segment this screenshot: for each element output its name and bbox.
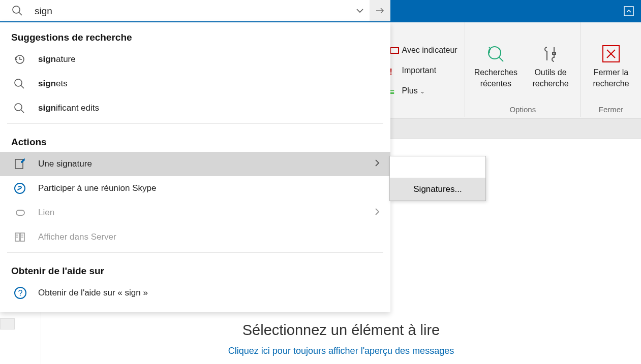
search-input[interactable] [35, 0, 350, 21]
history-icon [14, 54, 38, 65]
svg-rect-0 [624, 7, 633, 16]
action-label: Afficher dans Server [38, 232, 116, 242]
search-scope-chevron[interactable] [350, 7, 370, 15]
search-suggestion[interactable]: signets [0, 72, 390, 96]
search-icon [14, 103, 38, 114]
outils-recherche-button[interactable]: Outils derecherche [528, 40, 573, 91]
signature-flyout: Signatures... [389, 156, 486, 201]
suggestion-text: significant edits [38, 103, 99, 113]
divider [7, 252, 383, 253]
action-label: Une signature [38, 159, 92, 169]
fermer-recherche-button[interactable]: Fermer larecherche [588, 40, 634, 91]
reading-pane-title: Sélectionnez un élément à lire [41, 322, 641, 339]
reading-pane-preview-link[interactable]: Cliquez ici pour toujours afficher l'ape… [41, 346, 641, 356]
help-header: Obtenir de l'aide sur [0, 256, 390, 281]
divider [7, 123, 383, 124]
signatures-menu-item[interactable]: Signatures... [390, 178, 485, 201]
action-item: Afficher dans Server [0, 225, 390, 249]
search-icon [0, 5, 35, 16]
search-suggestion[interactable]: signature [0, 47, 390, 72]
help-item[interactable]: ? Obtenir de l'aide sur « sign » [0, 281, 390, 305]
tools-icon [540, 42, 561, 66]
help-item-label: Obtenir de l'aide sur « sign » [38, 288, 148, 298]
svg-point-5 [13, 6, 20, 13]
link-icon [14, 208, 38, 218]
action-item[interactable]: Participer à une réunion Skype [0, 176, 390, 201]
action-label: Participer à une réunion Skype [38, 183, 156, 193]
action-item: Lien [0, 201, 390, 225]
ribbon-group-fermer-label: Fermer [599, 105, 623, 117]
svg-point-8 [15, 104, 22, 111]
svg-text:?: ? [18, 289, 23, 297]
actions-header: Actions [0, 127, 390, 152]
search-suggestion[interactable]: significant edits [0, 96, 390, 120]
filter-plus-menu[interactable]: ≡Plus ⌄ [390, 82, 457, 100]
outils-recherche-label: Outils derecherche [532, 67, 568, 89]
close-search-icon [601, 42, 621, 66]
ribbon-group-options-label: Options [509, 105, 536, 117]
ribbon-expand-icon[interactable] [624, 6, 634, 16]
recherches-recentes-button[interactable]: Recherchesrécentes [472, 40, 520, 91]
svg-point-7 [15, 79, 22, 86]
signature-icon [14, 158, 38, 170]
search-bar [0, 0, 390, 22]
suggestion-text: signature [38, 54, 76, 64]
nav-pane-stub [0, 318, 15, 329]
server-icon [14, 231, 38, 243]
help-icon: ? [14, 286, 38, 300]
fermer-recherche-label: Fermer larecherche [593, 67, 629, 89]
filter-important[interactable]: !Important [390, 61, 457, 80]
skype-icon [14, 182, 38, 194]
search-icon [14, 78, 38, 89]
search-submit-button[interactable] [370, 0, 390, 21]
suggestion-text: signets [38, 79, 68, 89]
action-label: Lien [38, 208, 54, 218]
chevron-right-icon [374, 159, 380, 169]
filter-avec-indicateur[interactable]: Avec indicateur [390, 41, 457, 59]
suggestions-header: Suggestions de recherche [0, 22, 390, 47]
action-item[interactable]: Une signature [0, 152, 390, 176]
search-suggestions-panel: Suggestions de recherche signaturesignet… [0, 22, 390, 312]
recent-search-icon [485, 42, 506, 66]
recherches-recentes-label: Recherchesrécentes [474, 67, 517, 89]
chevron-right-icon [374, 208, 380, 218]
